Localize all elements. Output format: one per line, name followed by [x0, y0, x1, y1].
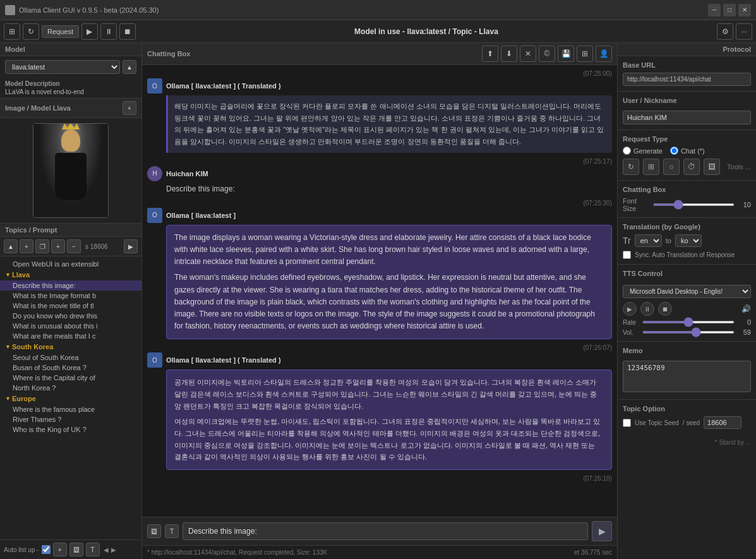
- chat-close-button[interactable]: ✕: [520, 45, 536, 62]
- topic-item-northkorea[interactable]: North Korea ?: [0, 383, 141, 393]
- app-title: Ollama Client GUI v 0.9.5 - beta (2024.0…: [19, 6, 708, 14]
- sync-label: Sync. Auto Translation of Response: [635, 251, 735, 258]
- radio-generate-label[interactable]: Generate: [623, 147, 663, 155]
- left-panel: Model llava:latest ▲ Model Description L…: [0, 43, 142, 559]
- tts-pause-button[interactable]: ⏸: [640, 302, 654, 316]
- font-size-slider[interactable]: [653, 203, 735, 206]
- topics-section: Topics / Prompt ▲ + ❐ + − s 18606 ▶ Open…: [0, 224, 141, 559]
- model-select[interactable]: llava:latest: [5, 60, 120, 74]
- more-menu-button[interactable]: ···: [736, 23, 752, 40]
- topic-item-imageformat[interactable]: What is the Image format b: [0, 291, 141, 301]
- tts-voice-select[interactable]: Microsoft David Desktop - Englis!: [623, 285, 751, 298]
- chat-input-row: 🖼 T ▶: [142, 517, 617, 545]
- topic-item-riverthames[interactable]: River Thames ?: [0, 414, 141, 424]
- sync-checkbox[interactable]: [623, 251, 631, 259]
- radio-chat[interactable]: [670, 147, 678, 155]
- chat-send-button[interactable]: ▶: [592, 521, 612, 541]
- chat-user-button[interactable]: 👤: [596, 45, 612, 62]
- radio-chat-label[interactable]: Chat (*): [670, 147, 705, 155]
- topic-item-unusual[interactable]: What is unusual about this i: [0, 321, 141, 331]
- chat-copy-button[interactable]: ©: [539, 45, 555, 62]
- right-panel: Protocol Base URL http://localhost:11434…: [617, 43, 756, 559]
- topics-up-button[interactable]: ▲: [4, 239, 18, 253]
- right-circle-button[interactable]: ○: [663, 159, 680, 175]
- model-up-button[interactable]: ▲: [123, 60, 136, 74]
- topic-item-capital[interactable]: Where is the Capital city of: [0, 373, 141, 383]
- topic-item-seoul[interactable]: Seoul of South Korea: [0, 352, 141, 363]
- chat-input[interactable]: [183, 522, 588, 540]
- tts-stop-button[interactable]: ⏹: [658, 302, 672, 316]
- tts-section: TTS Control Microsoft David Desktop - En…: [618, 265, 756, 342]
- tts-vol-button[interactable]: 🔊: [741, 304, 751, 313]
- memo-title: Memo: [623, 347, 751, 354]
- minimize-button[interactable]: ─: [708, 4, 721, 16]
- refresh-icon-button[interactable]: ↻: [23, 23, 39, 40]
- radio-generate[interactable]: [623, 147, 631, 155]
- topic-group-southkorea[interactable]: ▼ South Korea: [0, 341, 141, 352]
- chat-save-button[interactable]: 💾: [558, 45, 574, 62]
- vol-slider[interactable]: [642, 331, 735, 334]
- use-topic-seed-checkbox[interactable]: [623, 419, 631, 427]
- topic-item-movietitle[interactable]: What is the movie title of tl: [0, 301, 141, 311]
- request-button[interactable]: Request: [42, 25, 79, 38]
- request-type-title: Request Type: [623, 135, 751, 143]
- image-preview-container: [0, 118, 141, 223]
- topic-item-describe[interactable]: Describe this image:: [0, 280, 141, 291]
- topics-copy-button[interactable]: ❐: [35, 239, 49, 253]
- chat-input-text-button[interactable]: T: [165, 524, 179, 538]
- rate-slider[interactable]: [642, 321, 735, 323]
- topics-play-button[interactable]: ▶: [124, 239, 138, 253]
- main-title: Model in use - llava:latest / Topic - Ll…: [138, 27, 714, 36]
- woman-silhouette: [52, 129, 90, 212]
- topic-item-whoDrew[interactable]: Do you know who drew this: [0, 311, 141, 321]
- radio-generate-text: Generate: [633, 147, 663, 155]
- play-button[interactable]: ▶: [81, 23, 98, 40]
- topic-bottom-text[interactable]: T: [86, 543, 100, 556]
- chat-upload-button[interactable]: ⬆: [482, 45, 498, 62]
- rate-value: 0: [738, 318, 751, 326]
- topic-item-famousplace[interactable]: Where is the famous place: [0, 404, 141, 414]
- settings-button[interactable]: ⚙: [717, 23, 733, 40]
- chat-content-2: Describe this image:: [166, 183, 612, 195]
- chat-avatar-row-3: O Ollama [ llava:latest ]: [147, 208, 612, 223]
- auto-list-checkbox[interactable]: [42, 545, 51, 554]
- topic-item-ukking[interactable]: Who is the King of UK ?: [0, 424, 141, 435]
- right-clock-button[interactable]: ⏱: [683, 159, 700, 175]
- tts-play-button[interactable]: ▶: [623, 302, 637, 316]
- topic-item-busan[interactable]: Busan of South Korea ?: [0, 363, 141, 373]
- memo-textarea[interactable]: 123456789: [623, 361, 751, 392]
- nickname-input[interactable]: [623, 111, 751, 124]
- topic-bottom-add[interactable]: +: [53, 543, 67, 556]
- topics-del-button[interactable]: −: [67, 239, 81, 253]
- chat-download-button[interactable]: ⬇: [501, 45, 517, 62]
- right-img-button[interactable]: 🖼: [704, 159, 720, 175]
- europe-group-label: Europe: [12, 395, 36, 402]
- topics-add-button[interactable]: +: [20, 239, 33, 253]
- tts-controls: ▶ ⏸ ⏹ 🔊: [623, 302, 751, 316]
- right-grid-button[interactable]: ⊞: [643, 159, 659, 175]
- topic-group-llava[interactable]: ▼ Llava: [0, 269, 141, 280]
- topics-list[interactable]: Open WebUI is an extensibl ▼ Llava Descr…: [0, 256, 141, 539]
- topic-item-openwebui[interactable]: Open WebUI is an extensibl: [0, 259, 141, 269]
- maximize-button[interactable]: □: [723, 4, 736, 16]
- from-lang-select[interactable]: en: [635, 234, 662, 247]
- pause-button[interactable]: ⏸: [100, 23, 117, 40]
- chat-expand-button[interactable]: ⊞: [577, 45, 593, 62]
- right-refresh-button[interactable]: ↻: [623, 159, 639, 175]
- topic-bottom-scroll2: ▶: [111, 546, 116, 553]
- tts-title: TTS Control: [623, 270, 751, 277]
- topic-item-meals[interactable]: What are the meals that I c: [0, 331, 141, 341]
- add-image-button[interactable]: +: [123, 101, 136, 115]
- southkorea-group-label: South Korea: [12, 343, 53, 351]
- stop-button[interactable]: ⏹: [119, 23, 136, 40]
- to-lang-select[interactable]: ko: [675, 234, 702, 247]
- close-button[interactable]: ✕: [738, 4, 751, 16]
- chat-input-img-button[interactable]: 🖼: [147, 524, 161, 538]
- topic-bottom-img[interactable]: 🖼: [69, 543, 83, 556]
- chat-area[interactable]: (07:25:00) O Ollama [ llava:latest ] ( T…: [142, 65, 617, 517]
- topics-add2-button[interactable]: +: [51, 239, 65, 253]
- seed-input[interactable]: [704, 416, 741, 429]
- grid-icon-button[interactable]: ⊞: [4, 23, 20, 40]
- topic-group-europe[interactable]: ▼ Europe: [0, 393, 141, 404]
- vol-row: Vol. 59: [623, 328, 751, 336]
